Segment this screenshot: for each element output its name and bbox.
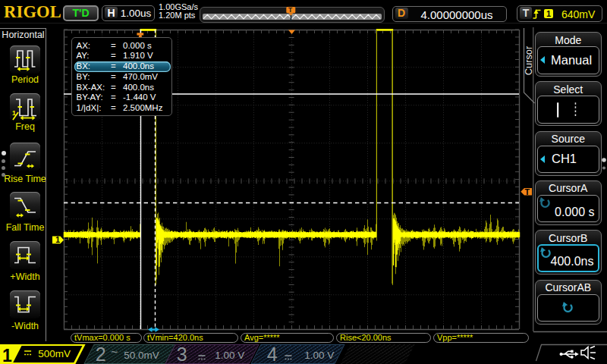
svg-text:1: 1 [55,235,60,244]
svg-text:T: T [525,187,530,196]
svg-text:T: T [288,6,293,14]
